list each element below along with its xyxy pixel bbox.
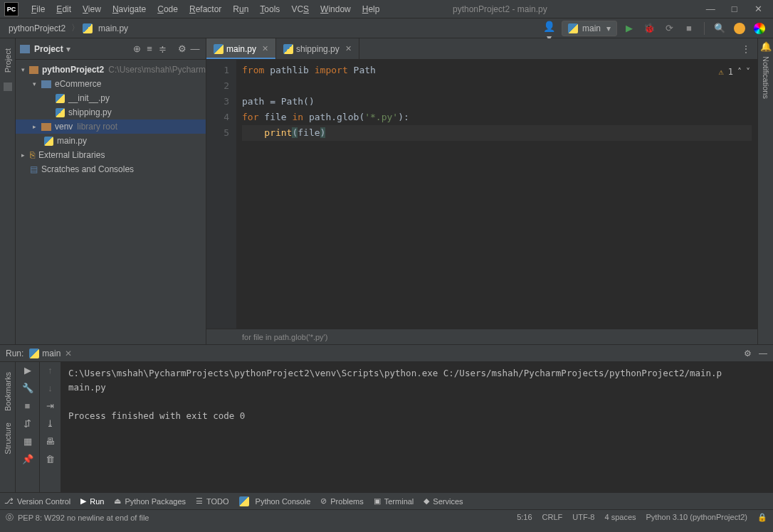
project-tree[interactable]: ▾ pythonProject2 C:\Users\mshah\Pycharm … [16,60,206,179]
project-tool-window: Project ▾ ⊕ ≡ ≑ ⚙ — ▾ pythonProject2 C:\… [16,38,206,344]
warning-count: 1 [728,64,733,80]
tool-python-packages[interactable]: ⏏Python Packages [114,496,186,506]
down-stack-icon[interactable]: ↓ [48,383,53,393]
editor-breadcrumb[interactable]: for file in path.glob('*.py') [206,329,757,344]
debug-rerun-button[interactable]: 🔧 [22,383,33,393]
menu-view[interactable]: View [77,4,107,14]
status-hint-icon[interactable]: ⓪ [6,512,14,523]
tabs-more-icon[interactable]: ⋮ [735,38,757,59]
tree-root[interactable]: ▾ pythonProject2 C:\Users\mshah\Pycharm [16,63,206,77]
menu-file[interactable]: File [26,4,51,14]
breadcrumb-file[interactable]: main.py [95,23,131,33]
select-opened-file-icon[interactable]: ⊕ [130,43,143,54]
tree-main-file[interactable]: main.py [16,134,206,148]
toggle-output-button[interactable]: ⇵ [23,418,31,429]
menu-window[interactable]: Window [315,4,357,14]
status-caret-pos[interactable]: 5:16 [517,513,532,522]
scroll-end-icon[interactable]: ⤓ [46,418,54,429]
tool-version-control[interactable]: ⎇Version Control [4,496,70,506]
tree-ecommerce[interactable]: ▾ eCommerce [16,77,206,91]
close-tab-icon[interactable]: ✕ [345,44,352,53]
tool-run[interactable]: ▶Run [80,496,104,506]
debug-button[interactable]: 🐞 [641,21,657,36]
tool-terminal[interactable]: ▣Terminal [374,496,414,506]
settings-icon[interactable]: ⚙ [176,43,189,54]
status-line-sep[interactable]: CRLF [542,513,563,522]
collapse-all-icon[interactable]: ≑ [156,43,169,54]
breadcrumb-project[interactable]: pythonProject2 [6,23,68,33]
menu-run[interactable]: Run [227,4,254,14]
run-button[interactable]: ▶ [621,21,637,36]
chevron-up-icon[interactable]: ˄ [737,64,742,80]
ide-updates-icon[interactable] [732,21,747,36]
menu-navigate[interactable]: Navigate [107,4,152,14]
left-tab-structure[interactable]: Structure [4,422,12,454]
left-tab-project[interactable]: Project [4,48,12,73]
layout-button[interactable]: ▦ [23,436,32,447]
hide-tool-icon[interactable]: — [189,43,201,54]
search-everywhere-button[interactable]: 🔍 [712,21,727,36]
status-indent[interactable]: 4 spaces [604,513,636,522]
tool-services[interactable]: ◆Services [424,496,463,506]
tree-scratches[interactable]: ▸▤ Scratches and Consoles [16,162,206,176]
menu-tools[interactable]: Tools [254,4,285,14]
left-stripe-icon[interactable] [4,83,12,91]
close-run-tab-icon[interactable]: ✕ [65,349,72,358]
status-interpreter[interactable]: Python 3.10 (pythonProject2) [646,513,747,522]
tree-shipping-file[interactable]: shipping.py [16,105,206,119]
expand-all-icon[interactable]: ≡ [143,43,156,54]
tree-main-label: main.py [57,136,87,146]
stop-button[interactable]: ■ [681,21,697,36]
breadcrumb-separator: 〉 [68,22,83,34]
up-stack-icon[interactable]: ↑ [48,365,53,376]
readonly-lock-icon[interactable]: 🔒 [757,513,767,522]
run-console[interactable]: C:\Users\mshah\PycharmProjects\pythonPro… [61,362,773,492]
tree-root-name: pythonProject2 [42,65,104,75]
minimize-button[interactable]: — [700,4,721,14]
editor-content[interactable]: from pathlib import Path path = Path()fo… [236,60,757,329]
right-tab-notifications[interactable]: Notifications [762,56,770,99]
status-bar: ⓪ PEP 8: W292 no newline at end of file … [0,509,773,525]
pin-button[interactable]: 📌 [22,454,33,464]
tab-shipping-py[interactable]: shipping.py ✕ [276,38,359,59]
user-icon[interactable]: 👤▾ [542,21,557,36]
code-area[interactable]: 1 2 3 4 5 from pathlib import Path path … [206,60,757,329]
clear-icon[interactable]: 🗑 [46,454,55,464]
titlebar: PC File Edit View Navigate Code Refactor… [0,0,773,18]
menu-refactor[interactable]: Refactor [184,4,227,14]
color-scheme-icon[interactable] [752,21,767,36]
chevron-down-icon[interactable]: ▾ [66,44,70,54]
tree-external-libraries[interactable]: ▸⎘ External Libraries [16,148,206,162]
rerun-button[interactable]: ▶ [24,365,31,376]
stop-run-button[interactable]: ■ [25,400,31,411]
chevron-down-icon[interactable]: ˅ [746,64,750,80]
tab-main-py[interactable]: main.py ✕ [206,38,276,59]
print-icon[interactable]: 🖶 [46,436,55,447]
tree-shipping-label: shipping.py [68,107,112,117]
notifications-bell-icon[interactable]: 🔔 [760,41,772,52]
main-area: Project Project ▾ ⊕ ≡ ≑ ⚙ — ▾ pythonProj… [0,38,773,344]
tree-venv[interactable]: ▸ venv library root [16,119,206,134]
branch-icon: ⎇ [4,496,14,506]
status-encoding[interactable]: UTF-8 [572,513,594,522]
tool-python-console[interactable]: Python Console [239,496,311,506]
menu-edit[interactable]: Edit [51,4,77,14]
coverage-button[interactable]: ⟳ [661,21,677,36]
run-header: Run: main ✕ ⚙ — [0,345,773,362]
hide-run-icon[interactable]: — [759,349,767,358]
menu-help[interactable]: Help [357,4,386,14]
close-button[interactable]: ✕ [747,4,769,14]
close-tab-icon[interactable]: ✕ [262,44,268,53]
tool-problems[interactable]: ⊘Problems [320,496,363,506]
services-icon: ◆ [424,496,429,506]
left-tab-bookmarks[interactable]: Bookmarks [4,372,12,411]
menu-vcs[interactable]: VCS [285,4,315,14]
maximize-button[interactable]: □ [724,4,745,14]
run-settings-icon[interactable]: ⚙ [744,349,752,358]
tree-init-file[interactable]: __init__.py [16,91,206,105]
run-config-selector[interactable]: main ▾ [562,21,617,36]
tool-todo[interactable]: ☰TODO [196,496,229,506]
soft-wrap-icon[interactable]: ⇥ [46,400,54,411]
inspection-widget[interactable]: ⚠ 1 ˄ ˅ [719,64,750,80]
menu-code[interactable]: Code [152,4,184,14]
